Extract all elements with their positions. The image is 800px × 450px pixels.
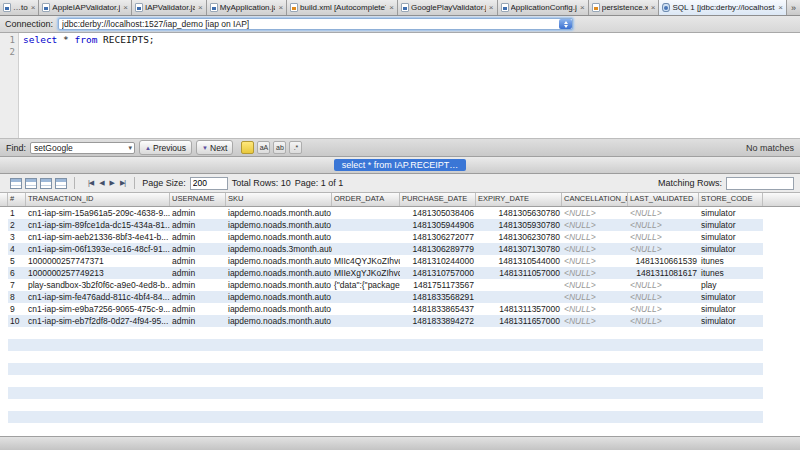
- editor-tab[interactable]: AppleIAPValidator.java×: [39, 0, 132, 15]
- matching-rows-input[interactable]: [726, 177, 794, 190]
- tab-close-icon[interactable]: ×: [389, 4, 394, 12]
- table-row[interactable]: 3cn1-iap-sim-aeb21336-8bf3-4e41-b...admi…: [0, 231, 800, 243]
- row-corner: [0, 327, 8, 339]
- toolbar-separator: [74, 177, 75, 189]
- table-cell: 1481305630780: [476, 207, 562, 219]
- tab-close-icon[interactable]: ×: [278, 4, 283, 12]
- insert-record-icon[interactable]: [25, 178, 37, 189]
- previous-page-icon[interactable]: ◀: [97, 179, 105, 187]
- table-row[interactable]: 7play-sandbox-3b2f0f6c-a9e0-4ed8-b...adm…: [0, 279, 800, 291]
- tab-close-icon[interactable]: ×: [198, 4, 203, 12]
- find-previous-button[interactable]: ▲ Previous: [139, 140, 192, 155]
- tab-list: …tor]×AppleIAPValidator.java×IAPValidato…: [0, 0, 787, 15]
- column-header[interactable]: TRANSACTION_ID: [26, 193, 170, 206]
- page-size-input[interactable]: [190, 177, 228, 190]
- table-cell: [476, 291, 562, 303]
- column-header[interactable]: PURCHASE_DATE: [400, 193, 476, 206]
- tab-close-icon[interactable]: ×: [31, 4, 36, 12]
- table-cell: <NULL>: [562, 207, 628, 219]
- tab-close-icon[interactable]: ×: [580, 4, 585, 12]
- empty-row: [0, 339, 800, 351]
- editor-tab[interactable]: persistence.xml×: [589, 0, 660, 15]
- table-row[interactable]: 4cn1-iap-sim-06f1393e-ce16-48cf-91...adm…: [0, 243, 800, 255]
- tab-label: AppleIAPValidator.java: [52, 3, 120, 12]
- table-cell: 1481310661539: [628, 255, 699, 267]
- table-cell: <NULL>: [628, 315, 699, 327]
- refresh-icon[interactable]: [55, 178, 67, 189]
- editor-tab[interactable]: MyApplication.java×: [207, 0, 287, 15]
- last-page-icon[interactable]: ▶|: [118, 179, 127, 187]
- column-header[interactable]: ORDER_DATA: [332, 193, 400, 206]
- empty-row: [0, 375, 800, 387]
- table-row[interactable]: 8cn1-iap-sim-fe476add-811c-4bf4-84...adm…: [0, 291, 800, 303]
- tab-close-icon[interactable]: ×: [489, 4, 494, 12]
- editor-tab[interactable]: …tor]×: [0, 0, 39, 15]
- table-cell: 7: [8, 279, 26, 291]
- editor-tab[interactable]: ApplicationConfig.java×: [498, 0, 589, 15]
- chevron-down-icon[interactable]: ▾: [129, 144, 133, 152]
- table-cell: <NULL>: [628, 231, 699, 243]
- results-window-title: select * from IAP.RECEIPT…: [334, 159, 466, 171]
- table-cell: simulator: [699, 243, 763, 255]
- connection-label: Connection:: [5, 19, 53, 29]
- connection-select[interactable]: jdbc:derby://localhost:1527/iap_demo [ia…: [58, 18, 573, 30]
- table-row[interactable]: 10cn1-iap-sim-eb7f2df8-0d27-4f94-95...ad…: [0, 315, 800, 327]
- find-query: setGoogle: [34, 143, 73, 153]
- column-header[interactable]: LAST_VALIDATED: [628, 193, 699, 206]
- table-row[interactable]: 51000000257747371adminiapdemo.noads.mont…: [0, 255, 800, 267]
- find-input[interactable]: setGoogle ▾: [30, 142, 135, 154]
- regexp-icon[interactable]: .*: [289, 141, 302, 154]
- results-window-titlebar[interactable]: select * from IAP.RECEIPT…: [0, 157, 800, 174]
- table-view-icon[interactable]: [10, 178, 22, 189]
- table-row[interactable]: 2cn1-iap-sim-89fce1da-dc15-434a-81...adm…: [0, 219, 800, 231]
- dropdown-arrows-icon[interactable]: [559, 19, 572, 29]
- editor-tab[interactable]: build.xml [AutocompleteText]×: [287, 0, 398, 15]
- table-cell: <NULL>: [562, 291, 628, 303]
- table-cell: cn1-iap-sim-06f1393e-ce16-48cf-91...: [26, 243, 170, 255]
- table-cell: 1481833894272: [400, 315, 476, 327]
- results-nav: |◀◀▶▶|: [86, 179, 127, 187]
- next-page-icon[interactable]: ▶: [108, 179, 116, 187]
- column-header[interactable]: USERNAME: [170, 193, 226, 206]
- row-corner: [0, 219, 8, 231]
- table-row[interactable]: 9cn1-iap-sim-e9ba7256-9065-475c-9...admi…: [0, 303, 800, 315]
- match-case-icon[interactable]: aA: [257, 141, 270, 154]
- editor-tab[interactable]: SQL 1 [jdbc:derby://localhost:15…×: [659, 0, 787, 15]
- highlight-results-icon[interactable]: [241, 141, 254, 154]
- row-corner: [0, 255, 8, 267]
- whole-words-icon[interactable]: ab: [273, 141, 286, 154]
- editor-tab[interactable]: GooglePlayValidator.java×: [398, 0, 498, 15]
- tab-close-icon[interactable]: ×: [778, 4, 783, 12]
- sql-editor[interactable]: 12 select * from RECEIPTS;: [0, 33, 800, 139]
- total-rows-label: Total Rows: 10: [232, 178, 291, 188]
- delete-record-icon[interactable]: [40, 178, 52, 189]
- editor-tab[interactable]: IAPValidator.java×: [132, 0, 207, 15]
- table-cell: <NULL>: [562, 243, 628, 255]
- column-header[interactable]: EXPIRY_DATE: [476, 193, 562, 206]
- tab-label: IAPValidator.java: [145, 3, 195, 12]
- table-cell: iapdemo.noads.month.auto: [226, 231, 332, 243]
- tab-close-icon[interactable]: ×: [123, 4, 128, 12]
- table-cell: 10: [8, 315, 26, 327]
- table-cell: 1481305930780: [476, 219, 562, 231]
- grid-body[interactable]: 1cn1-iap-sim-15a961a5-209c-4638-9...admi…: [0, 207, 800, 436]
- row-corner: [0, 387, 8, 399]
- table-cell: <NULL>: [562, 267, 628, 279]
- row-corner: [0, 411, 8, 423]
- find-next-button[interactable]: ▼ Next: [196, 140, 233, 155]
- column-header[interactable]: SKU: [226, 193, 332, 206]
- table-cell: simulator: [699, 315, 763, 327]
- column-header[interactable]: CANCELLATION_DATE: [562, 193, 628, 206]
- table-row[interactable]: 61000000257749213adminiapdemo.noads.mont…: [0, 267, 800, 279]
- sql-code-area[interactable]: select * from RECEIPTS;: [19, 33, 800, 138]
- first-page-icon[interactable]: |◀: [86, 179, 95, 187]
- table-row[interactable]: 1cn1-iap-sim-15a961a5-209c-4638-9...admi…: [0, 207, 800, 219]
- tab-overflow-icon[interactable]: »: [787, 0, 800, 15]
- table-cell: simulator: [699, 303, 763, 315]
- tab-label: build.xml [AutocompleteText]: [300, 3, 386, 12]
- table-cell: 1481307130780: [476, 243, 562, 255]
- column-header[interactable]: #: [8, 193, 26, 206]
- tab-close-icon[interactable]: ×: [651, 4, 656, 12]
- table-cell: admin: [170, 279, 226, 291]
- column-header[interactable]: STORE_CODE: [699, 193, 763, 206]
